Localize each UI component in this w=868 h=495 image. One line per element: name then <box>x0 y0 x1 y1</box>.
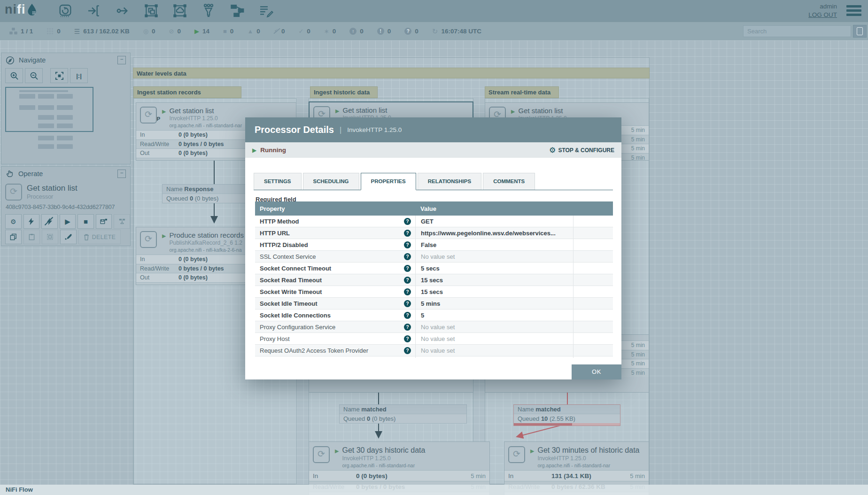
collapse-icon[interactable]: − <box>117 56 126 64</box>
processor-type: InvokeHTTP 1.25.0 <box>169 115 242 122</box>
processor-bundle: org.apache.nifi - nifi-standard-nar <box>342 463 425 468</box>
hand-icon <box>6 170 14 178</box>
processor-icon: ⟳ <box>313 446 330 463</box>
processor-name: Get 30 minutes of historic data <box>537 446 639 455</box>
label-water-levels-data[interactable]: Water levels data <box>133 68 650 78</box>
table-row: Socket Write Timeout?15 secs <box>255 286 613 298</box>
processor-icon: ⟳ <box>508 446 525 463</box>
template-icon[interactable] <box>229 3 245 19</box>
processor-name: Get station list <box>342 106 391 114</box>
app-header: nifi admin LOG OUT <box>0 0 868 22</box>
tab-comments[interactable]: COMMENTS <box>483 173 535 190</box>
tab-scheduling[interactable]: SCHEDULING <box>303 173 359 190</box>
zoom-fit-button[interactable] <box>50 68 68 83</box>
processor-icon: ⟳ <box>140 231 157 248</box>
tab-settings[interactable]: SETTINGS <box>254 173 302 190</box>
help-icon[interactable]: ? <box>404 241 411 248</box>
help-icon[interactable]: ? <box>404 265 411 272</box>
help-icon[interactable]: ? <box>404 324 411 331</box>
refresh-icon[interactable]: ↻ <box>432 27 438 36</box>
operate-palette: Operate − ⟳ Get station list Processor 4… <box>1 166 131 246</box>
funnel-icon[interactable] <box>201 3 217 19</box>
processor-bundle: org.apache.nifi - nifi-standard-nar <box>537 463 639 468</box>
help-icon[interactable]: ? <box>404 230 411 237</box>
label-stream-real-time-data[interactable]: Stream real-time data <box>485 86 559 98</box>
dialog-header: Processor Details | InvokeHTTP 1.25.0 <box>245 117 621 142</box>
tab-properties[interactable]: PROPERTIES <box>361 173 416 190</box>
last-refresh[interactable]: ↻16:07:48 UTC <box>432 27 481 36</box>
search-input[interactable] <box>743 25 851 37</box>
processor-bundle: org.apache.nifi - nifi-standard-nar <box>169 123 242 128</box>
status-connected-nodes: 1 / 1 <box>9 28 33 35</box>
output-port-icon[interactable] <box>115 3 131 19</box>
help-icon[interactable]: ? <box>404 288 411 295</box>
connection-label-matched-1[interactable]: Name matched Queued 0 (0 bytes) <box>339 404 467 424</box>
connection-label-matched-2[interactable]: Name matched Queued 10 (2.55 KB) <box>513 404 620 426</box>
group-button[interactable] <box>42 230 58 244</box>
enable-button[interactable] <box>23 214 40 229</box>
label-icon[interactable] <box>258 3 274 19</box>
help-icon[interactable]: ? <box>404 300 411 307</box>
stop-button[interactable]: ■ <box>78 214 94 229</box>
save-flow-version-button[interactable] <box>96 214 112 229</box>
zoom-out-button[interactable] <box>25 68 43 83</box>
configure-button[interactable]: ⚙ <box>5 214 22 229</box>
active-threads-icon <box>46 28 54 35</box>
processor-icon[interactable] <box>57 3 73 19</box>
help-icon[interactable]: ? <box>404 335 411 342</box>
processor-type: PublishKafkaRecord_2_6 1.2 <box>169 240 243 246</box>
help-icon[interactable]: ? <box>404 347 411 354</box>
remote-process-group-icon[interactable] <box>172 3 188 19</box>
global-menu-icon[interactable] <box>846 5 861 18</box>
birdseye-minimap[interactable] <box>5 87 93 132</box>
zoom-in-button[interactable] <box>5 68 23 83</box>
help-icon[interactable]: ? <box>404 312 411 319</box>
dialog-tabs: SETTINGS SCHEDULING PROPERTIES RELATIONS… <box>254 173 613 190</box>
zoom-actual-size-button[interactable]: |:| <box>70 68 88 83</box>
status-locally-modified: ∗0 <box>324 28 336 35</box>
table-row: Request OAuth2 Access Token Provider?No … <box>255 345 613 356</box>
table-row: Proxy Host?No value set <box>255 333 613 345</box>
help-icon[interactable]: ? <box>404 218 411 225</box>
running-state-icon: ▶ <box>511 108 515 115</box>
status-disabled: ⚡0 <box>274 28 285 35</box>
label-ingest-station-records[interactable]: Ingest station records <box>133 86 241 98</box>
stat-row: In131 (34.1 KB)5 min <box>504 470 649 481</box>
table-row: Proxy Configuration Service?No value set <box>255 321 613 333</box>
table-row: Request Username?No value set <box>255 356 613 358</box>
disable-button[interactable] <box>41 214 58 229</box>
navigate-palette: Navigate − |:| <box>1 53 131 164</box>
input-port-icon[interactable] <box>86 3 102 19</box>
collapse-icon[interactable]: − <box>117 170 126 178</box>
processor-type: InvokeHTTP 1.25.0 <box>537 455 639 462</box>
help-icon[interactable]: ? <box>404 277 411 284</box>
navigate-title: Navigate <box>19 56 46 64</box>
revert-flow-version-button[interactable] <box>114 214 130 229</box>
help-icon[interactable]: ? <box>404 253 411 260</box>
start-button[interactable]: ▶ <box>60 214 76 229</box>
breadcrumb[interactable]: NiFi Flow <box>6 486 33 493</box>
copy-button[interactable] <box>5 230 22 244</box>
ok-button[interactable]: OK <box>572 364 621 379</box>
value-column-header: Value <box>415 205 574 212</box>
paste-button[interactable] <box>23 230 40 244</box>
processor-name: Get 30 days historic data <box>342 446 425 455</box>
new-window-button[interactable] <box>853 25 867 38</box>
logo-text-fi: fi <box>17 2 26 17</box>
status-transmitting: ◎0 <box>143 28 155 35</box>
process-group-icon[interactable] <box>143 3 159 19</box>
table-row: SSL Context Service?No value set <box>255 251 613 263</box>
dialog-status-bar: ▶ Running ⚙ STOP & CONFIGURE <box>245 142 621 158</box>
delete-button[interactable]: DELETE <box>78 230 121 244</box>
running-state-icon: ▶ <box>530 448 534 454</box>
stop-and-configure-button[interactable]: ⚙ STOP & CONFIGURE <box>549 146 614 155</box>
table-row: Socket Idle Connections?5 <box>255 309 613 321</box>
queued-icon: ☰ <box>74 28 80 35</box>
properties-table: Property Value HTTP Method?GET HTTP URL?… <box>255 201 613 358</box>
window-icon <box>857 27 863 35</box>
tab-relationships[interactable]: RELATIONSHIPS <box>418 173 481 190</box>
logout-link[interactable]: LOG OUT <box>808 11 837 18</box>
label-ingest-historic-data[interactable]: Ingest historic data <box>310 86 378 98</box>
locally-modified-stale-icon: ! <box>377 28 384 35</box>
change-color-button[interactable] <box>60 230 77 244</box>
